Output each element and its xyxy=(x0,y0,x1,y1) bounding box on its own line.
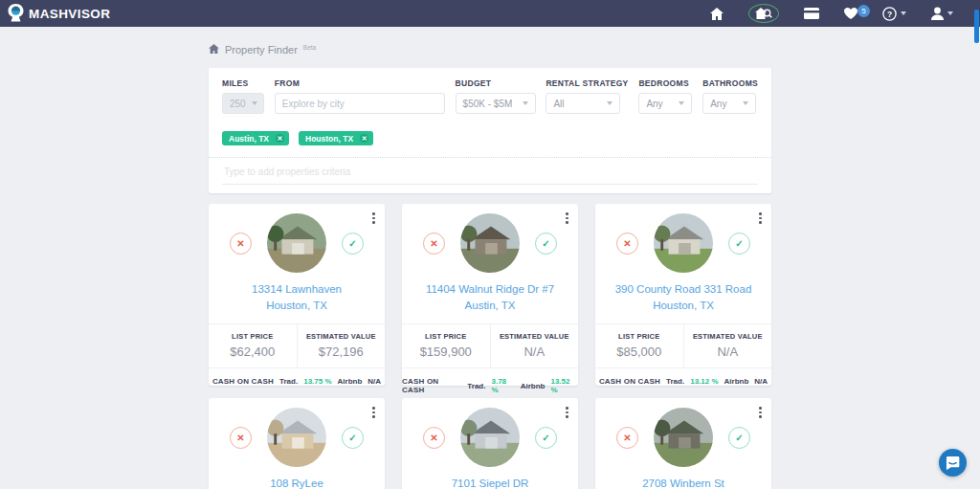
filter-miles: MILES 250 xyxy=(222,78,264,114)
airbnb-value: 13.52 % xyxy=(550,377,578,394)
property-card: ✕ ✓ 2708 Winbern St Houston, TX LIST PRI… xyxy=(595,398,771,489)
cash-on-cash-section: CASH ON CASH Trad. 13.75 % Airbnb N/A xyxy=(209,367,385,394)
estimated-value-label: ESTIMATED VALUE xyxy=(298,332,386,341)
property-photo[interactable] xyxy=(654,213,713,273)
cash-on-cash-label: CASH ON CASH xyxy=(599,377,660,386)
card-menu-icon[interactable] xyxy=(757,405,764,420)
chevron-down-icon xyxy=(947,11,953,15)
rental-strategy-select[interactable]: All xyxy=(546,93,620,114)
estimated-value-value: N/A xyxy=(491,345,579,359)
chevron-down-icon xyxy=(523,101,528,105)
mashvisor-logo[interactable]: MASHVISOR xyxy=(8,4,110,23)
card-menu-icon[interactable] xyxy=(757,211,764,226)
bathrooms-label: BATHROOMS xyxy=(702,78,758,88)
airbnb-label: Airbnb xyxy=(521,382,546,390)
budget-select[interactable]: $50K - $5M xyxy=(456,93,536,114)
city-tag[interactable]: Austin, TX ✕ xyxy=(222,131,289,145)
bathrooms-select[interactable]: Any xyxy=(702,93,756,114)
list-price-cell: LIST PRICE $85,000 xyxy=(595,324,683,367)
criteria-input[interactable] xyxy=(222,158,758,185)
list-price-value: $159,900 xyxy=(402,345,490,359)
trad-label: Trad. xyxy=(279,377,298,386)
reject-property-button[interactable]: ✕ xyxy=(423,233,445,255)
property-address-link[interactable]: 2708 Winbern St Houston, TX xyxy=(595,476,771,489)
filter-budget: BUDGET $50K - $5M xyxy=(456,78,536,114)
filter-panel: MILES 250 FROM BUDGET $50K - $5M xyxy=(209,68,771,193)
city-tag[interactable]: Houston, TX ✕ xyxy=(299,131,373,145)
accept-property-button[interactable]: ✓ xyxy=(535,233,557,255)
price-section: LIST PRICE $159,900 ESTIMATED VALUE N/A xyxy=(402,323,578,367)
accept-property-button[interactable]: ✓ xyxy=(342,233,364,255)
cash-on-cash-label: CASH ON CASH xyxy=(402,377,461,394)
trad-value: 13.12 % xyxy=(690,377,718,386)
bedrooms-select[interactable]: Any xyxy=(638,93,692,114)
property-address-link[interactable]: 7101 Siepel DR Austin, TX xyxy=(402,476,578,489)
list-price-value: $85,000 xyxy=(595,345,683,359)
property-cards-grid: ✕ ✓ 13314 Lawnhaven Houston, TX LIST PRI… xyxy=(209,204,771,489)
chat-launcher-button[interactable] xyxy=(939,449,967,477)
favorites-count-badge[interactable]: 5 xyxy=(858,5,870,17)
accept-property-button[interactable]: ✓ xyxy=(342,427,364,449)
miles-select[interactable]: 250 xyxy=(222,93,264,114)
filter-row: MILES 250 FROM BUDGET $50K - $5M xyxy=(222,78,758,114)
property-address-link[interactable]: 13314 Lawnhaven Houston, TX xyxy=(209,281,385,313)
chevron-down-icon xyxy=(743,101,748,105)
reject-property-button[interactable]: ✕ xyxy=(423,427,445,449)
remove-tag-icon[interactable]: ✕ xyxy=(276,134,284,143)
home-icon[interactable] xyxy=(710,8,724,20)
reject-property-button[interactable]: ✕ xyxy=(230,427,252,449)
favorites-heart-icon[interactable]: 5 xyxy=(844,8,858,19)
list-price-cell: LIST PRICE $159,900 xyxy=(402,324,490,367)
property-card: ✕ ✓ 11404 Walnut Ridge Dr #7 Austin, TX … xyxy=(402,204,578,386)
billing-card-icon[interactable] xyxy=(804,8,819,19)
card-menu-icon[interactable] xyxy=(564,211,570,226)
card-menu-icon[interactable] xyxy=(370,211,377,226)
remove-tag-icon[interactable]: ✕ xyxy=(360,134,368,143)
estimated-value-label: ESTIMATED VALUE xyxy=(684,332,772,341)
list-price-label: LIST PRICE xyxy=(595,332,683,341)
filter-bathrooms: BATHROOMS Any xyxy=(702,78,758,114)
card-menu-icon[interactable] xyxy=(370,405,377,420)
estimated-value-cell: ESTIMATED VALUE N/A xyxy=(490,324,579,367)
svg-text:?: ? xyxy=(887,9,892,18)
cash-on-cash-section: CASH ON CASH Trad. 13.12 % Airbnb N/A xyxy=(595,367,771,394)
chevron-down-icon xyxy=(607,101,612,105)
property-finder-icon[interactable] xyxy=(748,4,779,23)
account-menu[interactable] xyxy=(931,7,953,20)
reject-property-button[interactable]: ✕ xyxy=(616,427,638,449)
price-section: LIST PRICE $85,000 ESTIMATED VALUE N/A xyxy=(595,323,771,367)
property-card: ✕ ✓ 108 RyLee Austin, TX LIST PRICE ESTI… xyxy=(209,398,385,489)
property-photo[interactable] xyxy=(267,408,326,467)
list-price-label: LIST PRICE xyxy=(209,332,297,341)
city-search-input[interactable] xyxy=(275,93,445,114)
airbnb-label: Airbnb xyxy=(338,377,363,386)
reject-property-button[interactable]: ✕ xyxy=(230,233,252,255)
property-card: ✕ ✓ 13314 Lawnhaven Houston, TX LIST PRI… xyxy=(209,204,385,386)
accept-property-button[interactable]: ✓ xyxy=(728,427,750,449)
estimated-value-cell: ESTIMATED VALUE N/A xyxy=(683,324,772,367)
from-label: FROM xyxy=(275,78,445,88)
mashvisor-pin-icon xyxy=(8,4,24,23)
filter-from: FROM xyxy=(275,78,445,114)
property-photo[interactable] xyxy=(267,213,326,273)
trad-value: 13.75 % xyxy=(303,377,331,386)
airbnb-value: N/A xyxy=(368,377,381,386)
accept-property-button[interactable]: ✓ xyxy=(728,233,750,255)
property-address-link[interactable]: 11404 Walnut Ridge Dr #7 Austin, TX xyxy=(402,281,578,313)
brand-name: MASHVISOR xyxy=(29,7,110,21)
reject-property-button[interactable]: ✕ xyxy=(616,233,638,255)
scrollbar-thumb[interactable] xyxy=(974,10,979,43)
accept-property-button[interactable]: ✓ xyxy=(535,427,557,449)
beta-badge: Beta xyxy=(303,44,316,51)
estimated-value-value: N/A xyxy=(684,345,772,359)
list-price-cell: LIST PRICE $62,400 xyxy=(209,324,297,367)
breadcrumb-home-icon[interactable] xyxy=(209,44,219,56)
property-photo[interactable] xyxy=(460,213,520,273)
card-menu-icon[interactable] xyxy=(564,405,570,420)
help-menu[interactable]: ? xyxy=(882,7,906,21)
list-price-value: $62,400 xyxy=(209,345,297,359)
property-address-link[interactable]: 108 RyLee Austin, TX xyxy=(209,476,385,489)
property-photo[interactable] xyxy=(654,408,713,467)
property-photo[interactable] xyxy=(460,408,520,467)
property-address-link[interactable]: 390 County Road 331 Road Houston, TX xyxy=(595,281,771,313)
